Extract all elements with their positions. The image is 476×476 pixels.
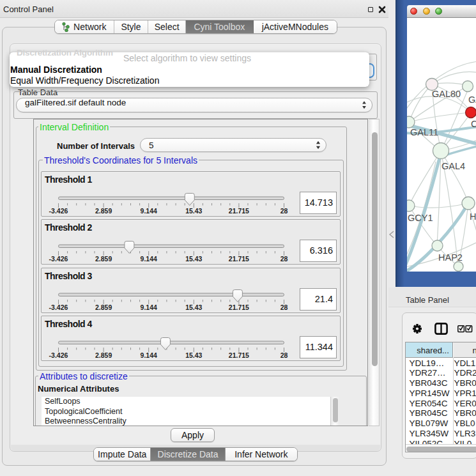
svg-text:HAP2: HAP2 [438,252,463,263]
svg-text:GAL80: GAL80 [432,89,461,99]
svg-text:GA: GA [468,95,476,105]
svg-text:GAL4: GAL4 [441,161,465,171]
svg-text:GAL11: GAL11 [410,127,438,137]
svg-text:GCY1: GCY1 [408,213,433,223]
svg-text:C: C [471,119,476,129]
svg-text:H: H [470,211,476,222]
